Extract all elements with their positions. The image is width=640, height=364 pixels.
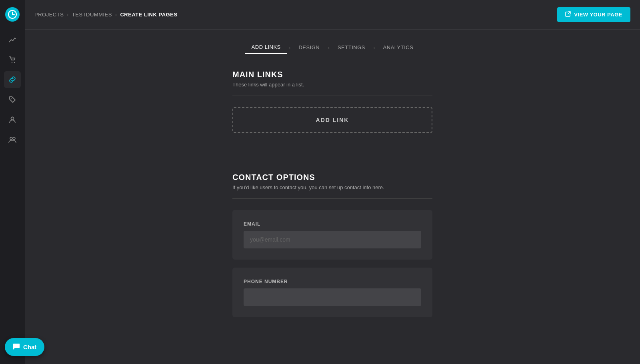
page-content: ADD LINKS › DESIGN › SETTINGS › ANALYTIC… [25, 30, 640, 364]
svg-point-4 [11, 117, 14, 120]
phone-card: PHONE NUMBER [232, 268, 432, 317]
breadcrumb-project-name[interactable]: TESTDUMMIES [72, 12, 112, 18]
chat-bubble-icon [13, 343, 20, 351]
tab-analytics[interactable]: ANALYTICS [377, 41, 420, 54]
main-links-title: MAIN LINKS [232, 70, 432, 79]
email-label: EMAIL [244, 221, 421, 227]
group-icon[interactable] [4, 131, 21, 148]
breadcrumb-sep-2: › [115, 12, 117, 18]
breadcrumb-sep-1: › [67, 12, 69, 18]
external-link-icon [565, 11, 571, 18]
breadcrumb-projects[interactable]: PROJECTS [34, 12, 64, 18]
contact-options-desc: If you'd like users to contact you, you … [232, 184, 432, 190]
chat-bubble[interactable]: Chat [5, 338, 44, 356]
svg-point-5 [10, 137, 12, 140]
svg-point-6 [13, 137, 15, 140]
analytics-icon[interactable] [4, 31, 21, 48]
tab-sep-1: › [287, 44, 292, 51]
tag-icon[interactable] [4, 91, 21, 108]
sidebar [0, 0, 25, 364]
topbar: PROJECTS › TESTDUMMIES › CREATE LINK PAG… [25, 0, 640, 30]
svg-point-1 [12, 62, 12, 63]
tab-sep-3: › [372, 44, 377, 51]
user-icon[interactable] [4, 111, 21, 128]
link-icon[interactable] [4, 71, 21, 88]
view-page-label: VIEW YOUR PAGE [574, 12, 622, 18]
tab-bar: ADD LINKS › DESIGN › SETTINGS › ANALYTIC… [25, 30, 640, 54]
contact-options-title: CONTACT OPTIONS [232, 173, 432, 182]
email-card: EMAIL [232, 210, 432, 260]
tab-settings[interactable]: SETTINGS [331, 41, 372, 54]
main-links-desc: These links will appear in a list. [232, 82, 432, 88]
main-links-section: MAIN LINKS These links will appear in a … [224, 54, 440, 157]
logo-icon [5, 7, 20, 22]
contact-options-divider [232, 198, 432, 199]
shop-icon[interactable] [4, 51, 21, 68]
email-input[interactable] [244, 231, 421, 248]
svg-point-3 [11, 98, 12, 99]
breadcrumb-current: CREATE LINK PAGES [120, 12, 177, 18]
contact-options-section: CONTACT OPTIONS If you'd like users to c… [224, 157, 440, 317]
main-links-divider [232, 96, 432, 96]
chat-label: Chat [23, 344, 36, 350]
tab-sep-2: › [326, 44, 331, 51]
phone-label: PHONE NUMBER [244, 279, 421, 284]
view-page-button[interactable]: VIEW YOUR PAGE [557, 7, 630, 22]
breadcrumb: PROJECTS › TESTDUMMIES › CREATE LINK PAG… [34, 12, 178, 18]
svg-point-2 [14, 62, 15, 63]
phone-input[interactable] [244, 288, 421, 306]
add-link-button[interactable]: ADD LINK [232, 107, 432, 133]
tab-add-links[interactable]: ADD LINKS [245, 41, 287, 54]
main-content: PROJECTS › TESTDUMMIES › CREATE LINK PAG… [25, 0, 640, 364]
tab-design[interactable]: DESIGN [292, 41, 326, 54]
